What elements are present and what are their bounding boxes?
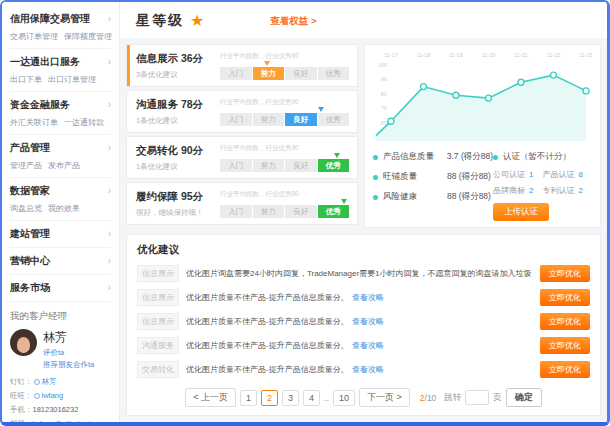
- score-card-info-display[interactable]: 信息展示 36分 3条优化建议 行业平均指数，行业优秀90 入门努力良好优秀: [126, 44, 358, 87]
- sidebar-item-product-mgmt[interactable]: 产品管理 ›: [10, 141, 111, 155]
- level-seg[interactable]: 入门: [220, 113, 252, 126]
- prev-page-button[interactable]: < 上一页: [185, 388, 236, 407]
- sidebar-sublink-transfer[interactable]: 一达通转款: [64, 117, 104, 128]
- manager-name: 林芳: [43, 329, 94, 346]
- level-seg[interactable]: 努力: [253, 205, 285, 218]
- level-seg[interactable]: 努力: [253, 113, 285, 126]
- view-guide-link[interactable]: 查看攻略: [352, 341, 384, 350]
- optimize-now-button[interactable]: 立即优化: [540, 337, 590, 354]
- suggestion-text: 优化图片质量不佳产品-提升产品信息质量分。查看攻略: [186, 364, 532, 375]
- page-jump-input[interactable]: [465, 390, 489, 405]
- score-subtext[interactable]: 3条优化建议: [136, 70, 220, 80]
- score-cards: 信息展示 36分 3条优化建议 行业平均指数，行业优秀90 入门努力良好优秀: [126, 44, 358, 228]
- sidebar-item-label: 服务市场: [10, 281, 50, 295]
- score-card-conversion[interactable]: 交易转化 90分 1条优化建议 行业平均指数，行业优秀90 入门努力良好优秀: [126, 136, 358, 179]
- level-seg[interactable]: 良好: [285, 159, 317, 172]
- recommend-manager-link[interactable]: 推荐朋友合作ta: [43, 360, 94, 370]
- optimize-now-button[interactable]: 立即优化: [540, 313, 590, 330]
- view-guide-link[interactable]: 查看攻略: [352, 317, 384, 326]
- chevron-right-icon: ›: [108, 229, 111, 239]
- level-seg[interactable]: 入门: [220, 205, 252, 218]
- svg-text:100: 100: [378, 62, 387, 68]
- svg-text:60: 60: [381, 120, 387, 126]
- bullet-icon: [493, 155, 498, 160]
- chevron-right-icon: ›: [108, 283, 111, 293]
- cert-title: 认证（暂不计分）: [493, 151, 592, 163]
- sidebar-item-credit-trade[interactable]: 信用保障交易管理 ›: [10, 12, 111, 26]
- level-seg[interactable]: 入门: [220, 159, 252, 172]
- cert-brand-trademark: 品牌商标2: [493, 185, 543, 196]
- metric-risk-health[interactable]: 风险健康 88 (得分88): [373, 191, 493, 203]
- optimize-now-button[interactable]: 立即优化: [540, 289, 590, 306]
- sidebar-item-finance[interactable]: 资金金融服务 ›: [10, 98, 111, 112]
- suggestion-text: 优化图片质量不佳产品-提升产品信息质量分。查看攻略: [186, 340, 532, 351]
- contact-value[interactable]: 林芳: [42, 377, 57, 386]
- sidebar-item-export-service[interactable]: 一达通出口服务 ›: [10, 55, 111, 69]
- view-benefits-link[interactable]: 查看权益 >: [270, 15, 316, 28]
- page-number-2-active[interactable]: 2: [261, 390, 278, 406]
- level-seg[interactable]: 入门: [220, 67, 252, 80]
- svg-text:11-20: 11-20: [482, 52, 496, 58]
- level-seg[interactable]: 良好: [285, 205, 317, 218]
- metric-product-info-quality[interactable]: 产品信息质量 3.7 (得分88): [373, 151, 493, 163]
- sidebar-sublink-export-order[interactable]: 出口下单: [10, 74, 42, 85]
- score-subtext[interactable]: 1条优化建议: [136, 162, 220, 172]
- star-trend-chart: 1009080706011-1711-1811-1911-2011-2111-2…: [373, 49, 592, 145]
- quality-metrics: 产品信息质量 3.7 (得分88) 旺铺质量 88 (得分88) 风险健康: [373, 151, 493, 221]
- page-number-1[interactable]: 1: [240, 390, 257, 406]
- suggestion-row: 信息展示 优化图片质量不佳产品-提升产品信息质量分。查看攻略 立即优化: [137, 289, 590, 306]
- page-number-10[interactable]: 10: [333, 390, 355, 406]
- optimize-now-button[interactable]: 立即优化: [540, 265, 590, 282]
- score-subtext[interactable]: 1条优化建议: [136, 116, 220, 126]
- confirm-button[interactable]: 确定: [506, 388, 542, 407]
- contact-value[interactable]: lwfang@alibaba-inc.com: [33, 419, 112, 422]
- score-card-fulfillment[interactable]: 履约保障 95分 很好，继续保持哦！ 行业平均指数，行业优秀90 入门努力良好优…: [126, 182, 358, 225]
- sidebar-item-label: 信用保障交易管理: [10, 12, 90, 26]
- page-number-4[interactable]: 4: [303, 390, 320, 406]
- sidebar-sublink-guarantee-quota[interactable]: 保障额度管理: [64, 31, 112, 42]
- sidebar-sublink-forex-orders[interactable]: 外汇关联订单: [10, 117, 58, 128]
- sidebar-item-service-market[interactable]: 服务市场 ›: [10, 281, 111, 295]
- cert-product: 产品认证8: [543, 169, 593, 180]
- level-bar: 入门努力良好优秀: [220, 159, 350, 172]
- view-guide-link[interactable]: 查看攻略: [352, 293, 384, 302]
- level-seg[interactable]: 良好: [285, 113, 317, 126]
- sidebar-sublink-trade-orders[interactable]: 交易订单管理: [10, 31, 58, 42]
- sidebar-item-site-builder[interactable]: 建站管理 ›: [10, 227, 111, 241]
- sidebar-item-marketing-center[interactable]: 营销中心 ›: [10, 254, 111, 268]
- suggestion-tag: 沟通服务: [137, 337, 179, 354]
- suggestion-tag: 信息展示: [137, 265, 179, 282]
- sidebar-item-data-manager[interactable]: 数据管家 ›: [10, 184, 111, 198]
- svg-text:11-21: 11-21: [514, 52, 528, 58]
- contact-row-email: 邮箱：lwfang@alibaba-inc.com: [10, 419, 111, 422]
- score-card-communication[interactable]: 沟通服务 78分 1条优化建议 行业平均指数，行业优秀90 入门努力良好优秀: [126, 90, 358, 133]
- score-name: 沟通服务 78分: [136, 98, 220, 112]
- contact-value[interactable]: lwfang: [42, 391, 64, 400]
- level-seg[interactable]: 良好: [285, 67, 317, 80]
- svg-text:70: 70: [381, 105, 387, 111]
- page-number-3[interactable]: 3: [282, 390, 299, 406]
- rate-manager-link[interactable]: 评价ta: [43, 348, 94, 358]
- contact-label: 旺旺：: [10, 391, 33, 400]
- bullet-icon: [373, 195, 378, 200]
- manager-contacts: 钉钉：林芳 旺旺：lwfang 手机：18123016232 邮箱：lwfang…: [10, 377, 111, 422]
- optimize-now-button[interactable]: 立即优化: [540, 361, 590, 378]
- contact-row-wangwang: 旺旺：lwfang: [10, 391, 111, 401]
- upload-cert-button[interactable]: 上传认证: [493, 203, 549, 221]
- sidebar-sublink-my-performance[interactable]: 我的效果: [48, 203, 80, 214]
- metric-shop-quality[interactable]: 旺铺质量 88 (得分88): [373, 171, 493, 183]
- suggestion-text: 优化图片质量不佳产品-提升产品信息质量分。查看攻略: [186, 316, 532, 327]
- sidebar-sublink-inquiry-overview[interactable]: 询盘总览: [10, 203, 42, 214]
- sidebar-sublink-export-order-mgmt[interactable]: 出口订单管理: [48, 74, 96, 85]
- svg-text:80: 80: [381, 91, 387, 97]
- level-seg[interactable]: 优秀: [318, 67, 350, 80]
- score-subtext: 很好，继续保持哦！: [136, 208, 220, 218]
- svg-text:11-18: 11-18: [417, 52, 431, 58]
- next-page-button[interactable]: 下一页 >: [359, 388, 410, 407]
- certification-block: 认证（暂不计分） 公司认证1 产品认证8 品牌商标2: [493, 151, 592, 221]
- level-seg[interactable]: 努力: [253, 159, 285, 172]
- sidebar-sublink-publish-product[interactable]: 发布产品: [48, 160, 80, 171]
- contact-label: 手机：: [10, 405, 33, 414]
- sidebar-sublink-manage-products[interactable]: 管理产品: [10, 160, 42, 171]
- view-guide-link[interactable]: 查看攻略: [352, 365, 384, 374]
